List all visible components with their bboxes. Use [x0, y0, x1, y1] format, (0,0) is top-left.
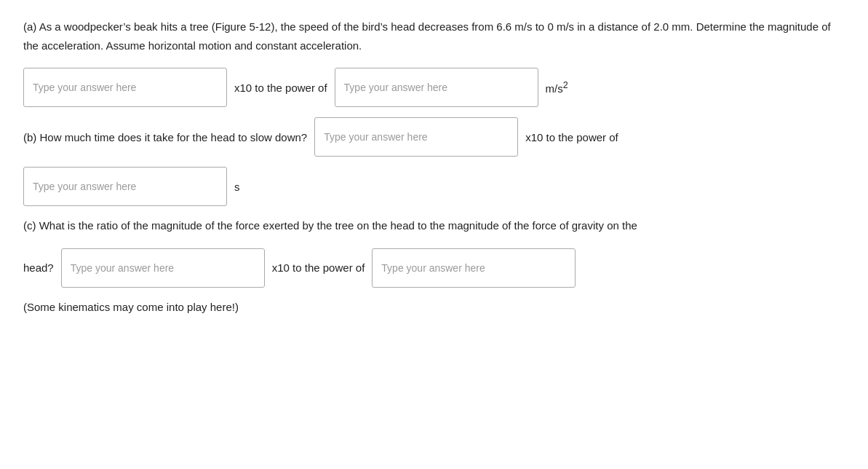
part-b-section: (b) How much time does it take for the h…: [23, 117, 845, 206]
part-b-input1[interactable]: [314, 117, 518, 157]
part-b-unit: s: [234, 181, 240, 193]
part-c-label1: x10 to the power of: [272, 261, 365, 274]
part-c-head-label: head?: [23, 261, 54, 274]
part-c-answer-row: head? x10 to the power of: [23, 248, 845, 288]
part-a-unit: m/s2: [546, 80, 568, 95]
part-b-answer-row2: s: [23, 167, 845, 206]
part-b-label1: x10 to the power of: [525, 131, 618, 143]
part-c-question: (c) What is the ratio of the magnitude o…: [23, 216, 845, 235]
part-a-input2[interactable]: [335, 68, 538, 107]
part-a-answer-row: x10 to the power of m/s2: [23, 68, 845, 107]
part-a-label1: x10 to the power of: [234, 82, 327, 94]
part-b-input2[interactable]: [23, 167, 227, 206]
part-c-footer: (Some kinematics may come into play here…: [23, 298, 845, 317]
part-c-input1[interactable]: [61, 248, 265, 288]
part-c-input2[interactable]: [372, 248, 576, 288]
part-a-question: (a) As a woodpecker’s beak hits a tree (…: [23, 17, 845, 55]
part-b-question: (b) How much time does it take for the h…: [23, 131, 307, 143]
part-b-question-row: (b) How much time does it take for the h…: [23, 117, 845, 157]
part-a-input1[interactable]: [23, 68, 227, 107]
part-a-superscript: 2: [563, 80, 568, 90]
part-a-section: (a) As a woodpecker’s beak hits a tree (…: [23, 17, 845, 107]
part-c-section: (c) What is the ratio of the magnitude o…: [23, 216, 845, 316]
